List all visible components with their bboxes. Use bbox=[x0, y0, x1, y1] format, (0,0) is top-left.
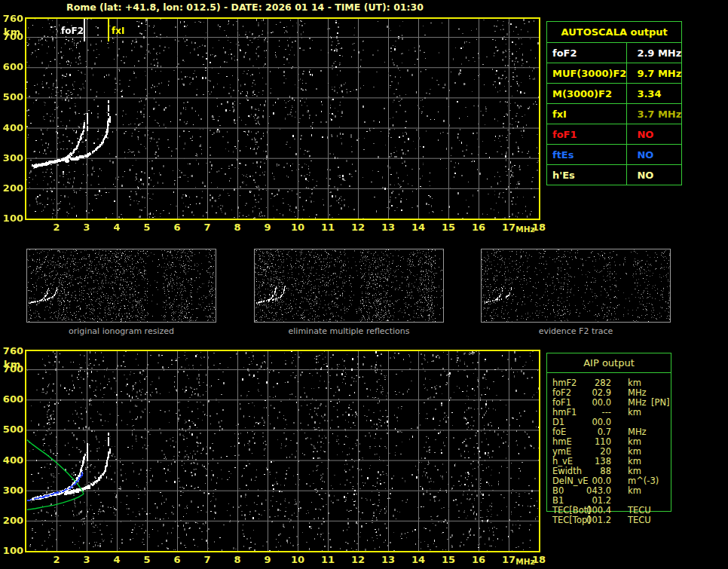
y-axis-unit-label: km bbox=[4, 359, 20, 370]
autoscala-screen: Rome (lat: +41.8, lon: 012.5) - DATE: 20… bbox=[0, 0, 728, 569]
y-tick-label: 200 bbox=[0, 183, 23, 194]
parameter-name: MUF(3000)F2 bbox=[547, 63, 627, 84]
x-tick-label: 8 bbox=[234, 555, 240, 564]
x-tick-label: 3 bbox=[83, 555, 90, 564]
x-tick-label: 6 bbox=[173, 555, 180, 564]
x-tick-label: 14 bbox=[411, 222, 425, 232]
parameter-value: NO bbox=[627, 165, 682, 185]
x-tick-label: 15 bbox=[442, 222, 455, 232]
aip-param-unit: km bbox=[628, 486, 641, 496]
x-tick-label: 3 bbox=[83, 222, 90, 232]
x-tick-label: 10 bbox=[291, 555, 304, 564]
parameter-name: foF2 bbox=[547, 43, 627, 63]
thumbnail-evidence-canvas bbox=[482, 249, 670, 322]
x-tick-label: 7 bbox=[203, 555, 210, 564]
autoscala-table-title: AUTOSCALA output bbox=[547, 22, 682, 43]
parameter-name: M(3000)F2 bbox=[547, 84, 627, 104]
station-title: Rome (lat: +41.8, lon: 012.5) - DATE: 20… bbox=[66, 2, 424, 13]
thumbnail-evidence-f2 bbox=[481, 249, 671, 323]
x-tick-label: 17 bbox=[502, 222, 515, 232]
x-tick-label: 9 bbox=[264, 222, 271, 232]
x-tick-label: 11 bbox=[321, 555, 335, 564]
y-axis-unit-label: km bbox=[4, 27, 20, 38]
thumbnail-original-caption: original ionogram resized bbox=[69, 326, 174, 336]
parameter-value: 2.9 MHz bbox=[627, 43, 682, 63]
y-tick-label: 760 bbox=[0, 346, 23, 356]
x-tick-label: 8 bbox=[234, 222, 240, 232]
bottom-ionogram-canvas bbox=[26, 351, 539, 551]
thumbnail-eliminate-canvas bbox=[255, 249, 443, 322]
y-tick-label: 500 bbox=[0, 424, 23, 435]
x-tick-label: 13 bbox=[381, 222, 395, 232]
y-tick-label: 760 bbox=[0, 14, 23, 24]
x-tick-label: 5 bbox=[143, 222, 150, 232]
autoscala-row-hes: h'EsNO bbox=[547, 165, 682, 185]
x-tick-label: 16 bbox=[472, 555, 485, 564]
y-tick-label: 600 bbox=[0, 62, 23, 72]
x-tick-label: 2 bbox=[53, 222, 60, 232]
y-tick-label: 300 bbox=[0, 485, 23, 496]
parameter-value: NO bbox=[627, 145, 682, 165]
x-axis-unit-label: MHz bbox=[515, 558, 534, 566]
x-axis-unit-label: MHz bbox=[515, 225, 534, 234]
x-tick-label: 16 bbox=[472, 222, 485, 232]
x-tick-label: 14 bbox=[411, 555, 425, 564]
x-tick-label: 11 bbox=[321, 222, 335, 232]
parameter-value: 9.7 MHz bbox=[627, 63, 682, 84]
x-tick-label: 12 bbox=[351, 555, 365, 564]
aip-panel-title: AIP output bbox=[547, 353, 671, 373]
thumbnail-original-ionogram bbox=[26, 249, 216, 323]
parameter-name: h'Es bbox=[547, 165, 627, 185]
aip-param-unit: TECU bbox=[628, 515, 651, 525]
y-tick-label: 500 bbox=[0, 92, 23, 102]
parameter-value: 3.7 MHz bbox=[627, 104, 682, 124]
top-ionogram-canvas bbox=[26, 19, 539, 219]
autoscala-row-ftes: ftEsNO bbox=[547, 145, 682, 165]
y-tick-label: 100 bbox=[0, 213, 23, 224]
x-tick-label: 5 bbox=[143, 555, 150, 564]
fof2-marker-label: foF2 bbox=[61, 26, 84, 36]
autoscala-table: AUTOSCALA output foF22.9 MHzMUF(3000)F29… bbox=[546, 21, 682, 185]
x-tick-label: 9 bbox=[264, 555, 271, 564]
x-tick-label: 4 bbox=[113, 222, 120, 232]
y-tick-label: 100 bbox=[0, 546, 23, 556]
parameter-name: ftEs bbox=[547, 145, 627, 165]
aip-panel: AIP output hmF2282kmfoF202.9MHzfoF100.0M… bbox=[546, 353, 671, 512]
thumbnail-eliminate-caption: eliminate multiple reflections bbox=[289, 326, 410, 336]
x-tick-label: 15 bbox=[442, 555, 455, 564]
y-tick-label: 200 bbox=[0, 515, 23, 526]
autoscala-row-muf3000f2: MUF(3000)F29.7 MHz bbox=[547, 63, 682, 84]
autoscala-row-m3000f2: M(3000)F23.34 bbox=[547, 84, 682, 104]
y-tick-label: 400 bbox=[0, 455, 23, 466]
aip-row-tectop: TEC[Top]001.2TECU bbox=[547, 515, 671, 525]
x-tick-label: 12 bbox=[351, 222, 365, 232]
parameter-name: fxI bbox=[547, 104, 627, 124]
y-tick-label: 600 bbox=[0, 394, 23, 405]
autoscala-row-fof1: foF1NO bbox=[547, 124, 682, 145]
autoscala-row-fof2: foF22.9 MHz bbox=[547, 43, 682, 63]
autoscala-row-fxi: fxI3.7 MHz bbox=[547, 104, 682, 124]
parameter-value: 3.34 bbox=[627, 84, 682, 104]
aip-rows: hmF2282kmfoF202.9MHzfoF100.0MHz[PN]hmF1-… bbox=[547, 378, 671, 525]
top-ionogram-frame: foF2 fxI bbox=[25, 17, 540, 220]
x-tick-label: 7 bbox=[203, 222, 210, 232]
y-tick-label: 400 bbox=[0, 123, 23, 133]
aip-param-note: [PN] bbox=[651, 398, 670, 408]
y-tick-label: 300 bbox=[0, 153, 23, 164]
x-tick-label: 10 bbox=[291, 222, 304, 232]
aip-param-unit: km bbox=[628, 408, 641, 418]
thumbnail-evidence-caption: evidence F2 trace bbox=[539, 326, 613, 336]
parameter-name: foF1 bbox=[547, 124, 627, 145]
fxi-marker-label: fxI bbox=[112, 26, 124, 36]
x-tick-label: 6 bbox=[173, 222, 180, 232]
x-tick-label: 2 bbox=[53, 555, 60, 564]
aip-param-value: 001.2 bbox=[547, 515, 611, 525]
thumbnail-eliminate-reflections bbox=[254, 249, 444, 323]
bottom-ionogram-frame bbox=[25, 350, 540, 552]
x-tick-label: 4 bbox=[113, 555, 120, 564]
thumbnail-original-canvas bbox=[27, 249, 216, 322]
x-tick-label: 17 bbox=[502, 555, 515, 564]
x-tick-label: 13 bbox=[381, 555, 395, 564]
parameter-value: NO bbox=[627, 124, 682, 145]
